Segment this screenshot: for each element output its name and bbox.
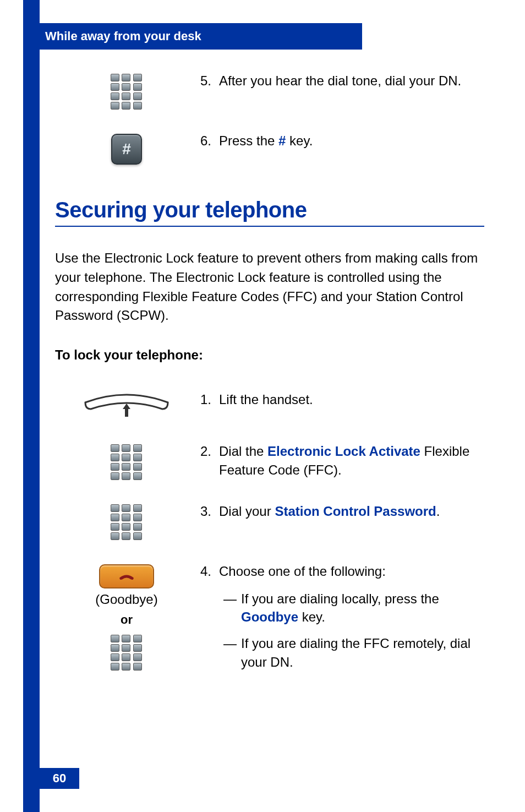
lock-step-4-suba: — If you are dialing locally, press the … bbox=[219, 590, 484, 626]
step-6-number: 6. bbox=[198, 132, 219, 150]
goodbye-caption: (Goodbye) bbox=[95, 592, 157, 607]
page-number: 60 bbox=[40, 768, 79, 789]
lock-step-2-icon-col bbox=[55, 442, 198, 480]
or-label: or bbox=[121, 613, 133, 627]
goodbye-button-icon bbox=[99, 564, 154, 588]
page-content: 5. After you hear the dial tone, dial yo… bbox=[55, 72, 484, 679]
section-header-text: While away from your desk bbox=[45, 29, 201, 43]
page-number-text: 60 bbox=[53, 771, 66, 786]
lock-step-1-text: 1. Lift the handset. bbox=[198, 390, 484, 409]
lock-step-4-row: (Goodbye) or 4. Choose one of the follow… bbox=[55, 562, 484, 679]
subb-body: If you are dialing the FFC remotely, dia… bbox=[241, 634, 484, 671]
suba-em: Goodbye bbox=[241, 609, 298, 624]
left-accent-bar bbox=[23, 0, 40, 812]
lock-step-3-number: 3. bbox=[198, 502, 219, 521]
lock-step-2-em: Electronic Lock Activate bbox=[267, 444, 420, 459]
lock-step-4-icon-col: (Goodbye) or bbox=[55, 562, 198, 671]
step-6-prefix: Press the bbox=[219, 133, 278, 148]
section-title: Securing your telephone bbox=[55, 198, 484, 227]
keypad-icon bbox=[111, 74, 143, 110]
section-subhead: To lock your telephone: bbox=[55, 347, 484, 363]
step-5-body: After you hear the dial tone, dial your … bbox=[219, 72, 484, 90]
lock-step-4-lead: Choose one of the following: bbox=[219, 562, 484, 581]
lock-step-4-sublist: — If you are dialing locally, press the … bbox=[219, 590, 484, 671]
lock-step-3-row: 3. Dial your Station Control Password. bbox=[55, 502, 484, 540]
lock-step-3-text: 3. Dial your Station Control Password. bbox=[198, 502, 484, 521]
lock-step-4-text: 4. Choose one of the following: — If you… bbox=[198, 562, 484, 679]
lock-step-4-number: 4. bbox=[198, 562, 219, 679]
step-5-icon-col bbox=[55, 72, 198, 110]
section-header: While away from your desk bbox=[23, 23, 362, 50]
step-6-row: # 6. Press the # key. bbox=[55, 132, 484, 165]
keypad-icon bbox=[111, 635, 143, 671]
lock-step-3-suffix: . bbox=[436, 504, 440, 519]
section-intro: Use the Electronic Lock feature to preve… bbox=[55, 249, 484, 325]
lock-step-2-text: 2. Dial the Electronic Lock Activate Fle… bbox=[198, 442, 484, 479]
suba-prefix: If you are dialing locally, press the bbox=[241, 591, 439, 606]
dash-icon: — bbox=[219, 634, 241, 671]
lock-step-4-body: Choose one of the following: — If you ar… bbox=[219, 562, 484, 679]
step-6-body: Press the # key. bbox=[219, 132, 484, 150]
hash-key-glyph: # bbox=[122, 140, 131, 158]
step-6-icon-col: # bbox=[55, 132, 198, 165]
hash-key-icon: # bbox=[111, 134, 142, 165]
lock-step-3-body: Dial your Station Control Password. bbox=[219, 502, 484, 521]
step-5-row: 5. After you hear the dial tone, dial yo… bbox=[55, 72, 484, 110]
step-6-suffix: key. bbox=[286, 133, 313, 148]
lock-step-4-subb: — If you are dialing the FFC remotely, d… bbox=[219, 634, 484, 671]
dash-icon: — bbox=[219, 590, 241, 626]
step-6-key: # bbox=[278, 133, 286, 148]
handset-icon bbox=[80, 393, 173, 420]
lock-step-1-row: 1. Lift the handset. bbox=[55, 390, 484, 420]
lock-step-3-icon-col bbox=[55, 502, 198, 540]
step-5-text: 5. After you hear the dial tone, dial yo… bbox=[198, 72, 484, 90]
lock-step-2-number: 2. bbox=[198, 442, 219, 479]
lock-step-1-icon-col bbox=[55, 390, 198, 420]
lock-step-1-body: Lift the handset. bbox=[219, 390, 484, 409]
lock-step-3-em: Station Control Password bbox=[275, 504, 436, 519]
lock-step-2-body: Dial the Electronic Lock Activate Flexib… bbox=[219, 442, 484, 479]
lock-step-4-suba-body: If you are dialing locally, press the Go… bbox=[241, 590, 484, 626]
suba-suffix: key. bbox=[298, 609, 325, 624]
keypad-icon bbox=[111, 504, 143, 540]
step-5-number: 5. bbox=[198, 72, 219, 90]
step-6-text: 6. Press the # key. bbox=[198, 132, 484, 150]
lock-step-3-prefix: Dial your bbox=[219, 504, 275, 519]
keypad-icon bbox=[111, 444, 143, 480]
lock-step-1-number: 1. bbox=[198, 390, 219, 409]
lock-step-2-prefix: Dial the bbox=[219, 444, 267, 459]
lock-step-2-row: 2. Dial the Electronic Lock Activate Fle… bbox=[55, 442, 484, 480]
